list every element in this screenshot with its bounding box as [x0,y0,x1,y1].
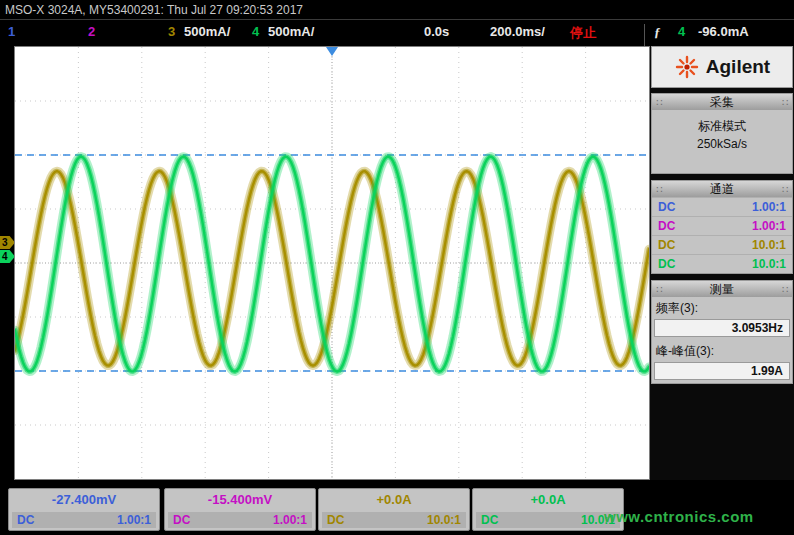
channel-1-probe-ratio: 1.00:1 [117,513,151,527]
trigger-edge-icon[interactable]: ƒ [654,24,661,40]
channel-1-offset: -27.400mV [9,492,159,507]
coupling-label: DC [658,238,675,252]
timebase-scale[interactable]: 200.0ms/ [490,24,545,39]
channel-4-scale[interactable]: 500mA/ [268,24,314,39]
waveform-plot[interactable] [15,47,649,479]
panel-grip-icon: ∷ [782,97,788,108]
channels-panel-header: ∷ 通道 ∷ [652,181,792,197]
oscilloscope-screen: MSO-X 3024A, MY53400291: Thu Jul 27 09:2… [0,0,794,535]
channel-4-status-box[interactable]: +0.0A DC 10.0:1 [472,488,624,531]
measurement-frequency-label: 频率(3): [652,297,792,318]
channel-3-scale[interactable]: 500mA/ [184,24,230,39]
probe-ratio: 1.00:1 [752,219,786,233]
panel-grip-icon: ∷ [656,97,662,108]
channel-3-status-box[interactable]: +0.0A DC 10.0:1 [318,488,470,531]
waveform-area[interactable] [14,46,650,480]
channel-2-probe-ratio: 1.00:1 [273,513,307,527]
channel-3-offset: +0.0A [319,492,469,507]
measurement-pkpk-label: 峰-峰值(3): [652,340,792,361]
probe-ratio: 10.0:1 [752,257,786,271]
channel-2-offset: -15.400mV [165,492,315,507]
panel-grip-icon: ∷ [656,184,662,195]
sample-rate: 250kSa/s [652,135,792,153]
title-bar: MSO-X 3024A, MY53400291: Thu Jul 27 09:2… [0,0,794,20]
probe-ratio: 1.00:1 [752,200,786,214]
channels-panel-title: 通道 [710,181,734,198]
channel-1-coupling: DC [17,513,34,527]
panel-grip-icon: ∷ [656,284,662,295]
panel-grip-icon: ∷ [782,184,788,195]
channel-3-coupling-row[interactable]: DC 10.0:1 [652,235,792,254]
coupling-label: DC [658,200,675,214]
measure-panel-title: 测量 [710,281,734,298]
acquisition-panel-title: 采集 [710,94,734,111]
measurement-pkpk-value: 1.99A [654,362,790,380]
channel-1-coupling-row[interactable]: DC 1.00:1 [652,197,792,216]
acquisition-panel-header: ∷ 采集 ∷ [652,94,792,110]
control-bar: 1 2 3 500mA/ 4 500mA/ 0.0s 200.0ms/ 停止 ƒ… [0,20,794,46]
acquisition-panel: ∷ 采集 ∷ 标准模式 250kSa/s [651,93,793,174]
run-stop-status[interactable]: 停止 [570,24,596,42]
brand-panel: Agilent [651,46,793,88]
probe-ratio: 10.0:1 [752,238,786,252]
channel-2-coupling-row[interactable]: DC 1.00:1 [652,216,792,235]
brand-text: Agilent [706,56,770,78]
channel-3-button[interactable]: 3 [168,24,175,39]
measurement-frequency-value: 3.0953Hz [654,319,790,337]
channel-2-button[interactable]: 2 [88,24,95,39]
measure-panel: ∷ 测量 ∷ 频率(3): 3.0953Hz 峰-峰值(3): 1.99A [651,280,793,384]
trigger-level[interactable]: -96.0mA [698,24,749,39]
channel-4-button[interactable]: 4 [252,24,259,39]
channel-1-button[interactable]: 1 [8,24,15,39]
channel-4-coupling: DC [481,513,498,527]
acquisition-mode[interactable]: 标准模式 [652,117,792,135]
channel-3-probe-ratio: 10.0:1 [427,513,461,527]
channel-1-status-box[interactable]: -27.400mV DC 1.00:1 [8,488,160,531]
panel-grip-icon: ∷ [782,284,788,295]
watermark: www.cntronics.com [604,508,754,525]
channels-panel: ∷ 通道 ∷ DC 1.00:1 DC 1.00:1 DC 10.0:1 DC … [651,180,793,274]
agilent-logo-icon [674,54,700,80]
channel-4-coupling-row[interactable]: DC 10.0:1 [652,254,792,273]
separator [644,24,645,48]
ground-marker-ch4[interactable]: 4 [0,250,15,263]
coupling-label: DC [658,257,675,271]
sidebar: Agilent ∷ 采集 ∷ 标准模式 250kSa/s ∷ 通道 ∷ DC 1… [650,46,794,480]
coupling-label: DC [658,219,675,233]
ground-marker-ch3[interactable]: 3 [0,236,15,249]
trigger-source[interactable]: 4 [678,24,685,39]
channel-3-coupling: DC [327,513,344,527]
channel-4-offset: +0.0A [473,492,623,507]
channel-2-status-box[interactable]: -15.400mV DC 1.00:1 [164,488,316,531]
measure-panel-header: ∷ 测量 ∷ [652,281,792,297]
time-offset[interactable]: 0.0s [424,24,449,39]
channel-2-coupling: DC [173,513,190,527]
